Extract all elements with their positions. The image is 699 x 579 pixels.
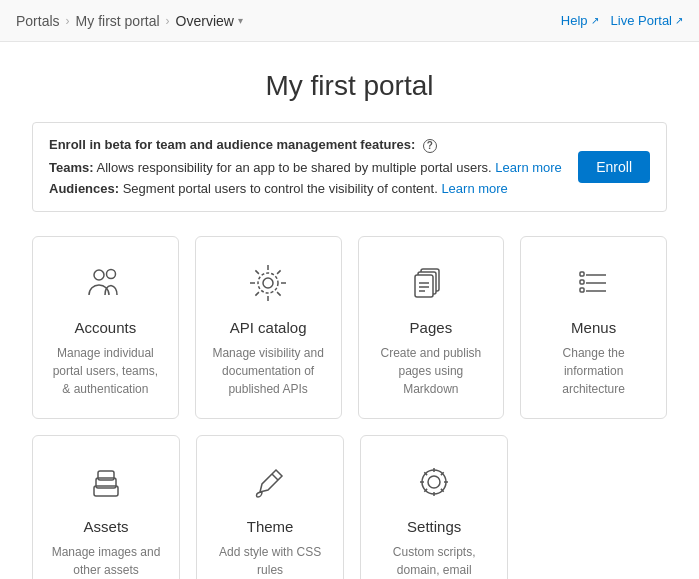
svg-rect-6: [415, 275, 433, 297]
beta-banner-text: Enroll in beta for team and audience man…: [49, 135, 562, 199]
card-menus-desc: Change the information architecture: [537, 344, 650, 398]
card-menus-title: Menus: [571, 319, 616, 336]
card-accounts-title: Accounts: [75, 319, 137, 336]
api-catalog-icon: [243, 261, 293, 305]
live-portal-label: Live Portal: [611, 13, 672, 28]
card-accounts-desc: Manage individual portal users, teams, &…: [49, 344, 162, 398]
card-pages[interactable]: Pages Create and publish pages using Mar…: [358, 236, 505, 419]
breadcrumb-sep-1: ›: [66, 14, 70, 28]
help-external-icon: ↗: [591, 15, 599, 26]
accounts-icon: [80, 261, 130, 305]
breadcrumb-current: Overview ▾: [176, 13, 243, 29]
top-nav: Portals › My first portal › Overview ▾ H…: [0, 0, 699, 42]
card-api-catalog-title: API catalog: [230, 319, 307, 336]
svg-point-20: [428, 476, 440, 488]
card-theme-desc: Add style with CSS rules: [213, 543, 327, 579]
card-theme-title: Theme: [247, 518, 294, 535]
page-title: My first portal: [32, 42, 667, 122]
card-theme[interactable]: Theme Add style with CSS rules: [196, 435, 344, 579]
svg-point-0: [94, 270, 104, 280]
beta-teams-desc: Allows responsibility for an app to be s…: [96, 160, 491, 175]
enroll-button[interactable]: Enroll: [578, 151, 650, 183]
card-settings[interactable]: Settings Custom scripts, domain, email s…: [360, 435, 508, 579]
svg-point-3: [258, 273, 278, 293]
breadcrumb-dropdown-icon[interactable]: ▾: [238, 15, 243, 26]
cards-grid-top: Accounts Manage individual portal users,…: [32, 236, 667, 419]
main-content: My first portal Enroll in beta for team …: [0, 42, 699, 579]
card-assets[interactable]: Assets Manage images and other assets: [32, 435, 180, 579]
beta-banner: Enroll in beta for team and audience man…: [32, 122, 667, 212]
card-api-catalog[interactable]: API catalog Manage visibility and docume…: [195, 236, 342, 419]
pages-icon: [406, 261, 456, 305]
svg-point-1: [107, 270, 116, 279]
beta-question-icon[interactable]: ?: [423, 139, 437, 153]
breadcrumb-portal[interactable]: My first portal: [76, 13, 160, 29]
beta-audiences-desc: Segment portal users to control the visi…: [123, 181, 438, 196]
card-assets-desc: Manage images and other assets: [49, 543, 163, 579]
card-api-catalog-desc: Manage visibility and documentation of p…: [212, 344, 325, 398]
card-assets-title: Assets: [84, 518, 129, 535]
svg-point-2: [263, 278, 273, 288]
card-settings-title: Settings: [407, 518, 461, 535]
beta-teams-learn-more[interactable]: Learn more: [495, 160, 561, 175]
help-label: Help: [561, 13, 588, 28]
card-menus[interactable]: Menus Change the information architectur…: [520, 236, 667, 419]
live-portal-link[interactable]: Live Portal ↗: [611, 13, 683, 28]
assets-icon: [81, 460, 131, 504]
card-pages-title: Pages: [410, 319, 453, 336]
beta-audiences-learn-more[interactable]: Learn more: [441, 181, 507, 196]
settings-icon: [409, 460, 459, 504]
card-settings-desc: Custom scripts, domain, email settings..…: [377, 543, 491, 579]
card-accounts[interactable]: Accounts Manage individual portal users,…: [32, 236, 179, 419]
svg-point-21: [422, 470, 446, 494]
cards-grid-bottom: Assets Manage images and other assets Th…: [32, 435, 508, 579]
svg-rect-14: [580, 280, 584, 284]
beta-teams-line: Teams: Allows responsibility for an app …: [49, 158, 562, 179]
card-pages-desc: Create and publish pages using Markdown: [375, 344, 488, 398]
help-link[interactable]: Help ↗: [561, 13, 599, 28]
breadcrumb-sep-2: ›: [166, 14, 170, 28]
beta-audiences-line: Audiences: Segment portal users to contr…: [49, 179, 562, 200]
top-nav-actions: Help ↗ Live Portal ↗: [561, 13, 683, 28]
beta-banner-title: Enroll in beta for team and audience man…: [49, 135, 562, 156]
breadcrumb: Portals › My first portal › Overview ▾: [16, 13, 243, 29]
menus-icon: [569, 261, 619, 305]
theme-icon: [245, 460, 295, 504]
live-portal-external-icon: ↗: [675, 15, 683, 26]
breadcrumb-current-label: Overview: [176, 13, 234, 29]
svg-line-19: [272, 474, 278, 480]
beta-teams-label: Teams:: [49, 160, 94, 175]
svg-rect-13: [580, 272, 584, 276]
svg-rect-15: [580, 288, 584, 292]
breadcrumb-portals[interactable]: Portals: [16, 13, 60, 29]
beta-audiences-label: Audiences:: [49, 181, 119, 196]
